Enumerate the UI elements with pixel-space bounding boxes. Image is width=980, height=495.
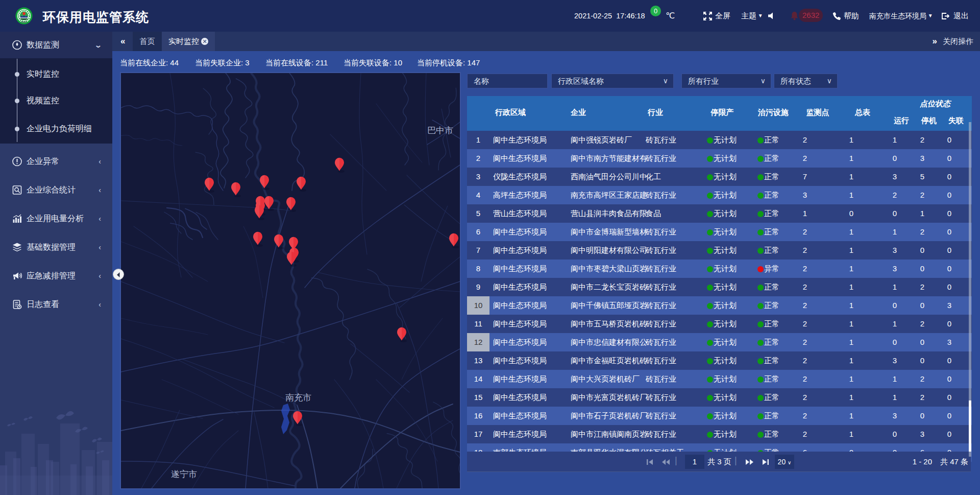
svg-text:遂宁市: 遂宁市: [171, 469, 197, 479]
svg-text:南充市: 南充市: [285, 393, 311, 403]
svg-text:巴中市: 巴中市: [427, 126, 453, 135]
